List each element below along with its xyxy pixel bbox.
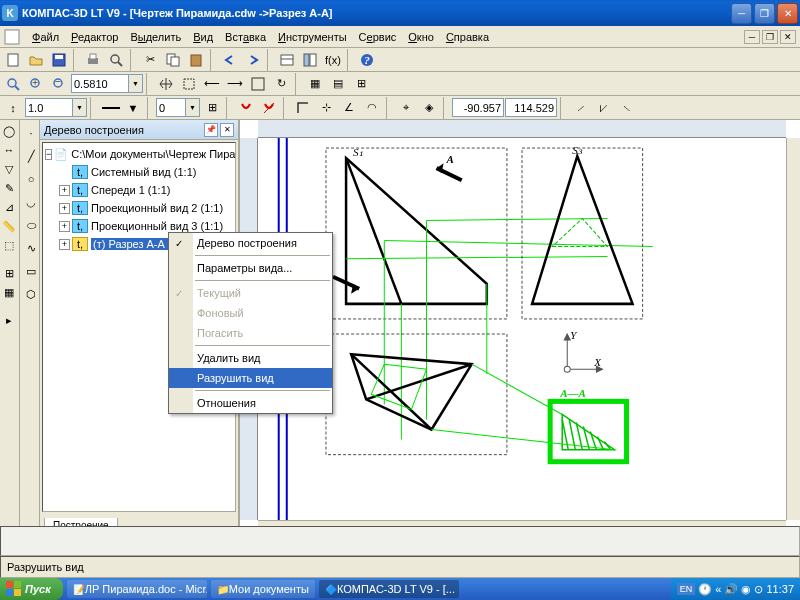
tb-round[interactable]: ◠ [361, 97, 383, 119]
lt-more[interactable]: ▸ [0, 311, 18, 329]
zoom-next-button[interactable]: ⟶ [224, 73, 246, 95]
tb-grid[interactable]: ⊹ [315, 97, 337, 119]
zoom-dropdown[interactable]: ▼ [129, 74, 143, 93]
style-button[interactable] [99, 97, 121, 119]
tray-icon-2[interactable]: « [715, 583, 721, 595]
zoom-prev-button[interactable]: ⟵ [201, 73, 223, 95]
tray-clock[interactable]: 11:37 [766, 583, 794, 595]
mdi-restore[interactable]: ❐ [762, 30, 778, 44]
lang-indicator[interactable]: EN [677, 583, 696, 595]
tree-item-0[interactable]: t, Системный вид (1:1) [45, 163, 233, 181]
menu-tools[interactable]: Инструменты [272, 29, 353, 45]
tray-icon-4[interactable]: ◉ [741, 583, 751, 596]
layer-manage[interactable]: ⊞ [201, 97, 223, 119]
tree-item-1[interactable]: + t, Спереди 1 (1:1) [45, 181, 233, 199]
ctx-relations[interactable]: Отношения [169, 393, 332, 413]
tb-misc1[interactable]: ▦ [304, 73, 326, 95]
scale-dropdown[interactable]: ▼ [73, 98, 87, 117]
expand-icon[interactable]: + [59, 203, 70, 214]
tb-prop[interactable] [276, 49, 298, 71]
lt-spec[interactable]: ▦ [0, 283, 18, 301]
coord-x-input[interactable] [452, 98, 504, 117]
open-button[interactable] [25, 49, 47, 71]
new-button[interactable] [2, 49, 24, 71]
tb-end2[interactable]: ⩗ [592, 97, 614, 119]
ctx-tree[interactable]: ✓Дерево построения [169, 233, 332, 253]
lt-param[interactable]: ⊿ [0, 198, 18, 216]
tb-misc3[interactable]: ⊞ [350, 73, 372, 95]
close-button[interactable]: ✕ [777, 3, 798, 24]
redo-button[interactable] [242, 49, 264, 71]
undo-button[interactable] [219, 49, 241, 71]
tb-end1[interactable]: ⟋ [569, 97, 591, 119]
lt-sel[interactable]: ⬚ [0, 236, 18, 254]
zoom-input[interactable] [71, 74, 129, 93]
ctx-destroy[interactable]: Разрушить вид [169, 368, 332, 388]
zoom-in-button[interactable]: + [25, 73, 47, 95]
expand-icon[interactable]: + [59, 221, 70, 232]
snap-button[interactable] [235, 97, 257, 119]
lt-geom[interactable]: ◯ [0, 122, 18, 140]
lt2-spline[interactable]: ∿ [20, 237, 42, 259]
tb-vars[interactable]: f(x) [322, 49, 344, 71]
tree-root[interactable]: − 📄 С:\Мои документы\Чертеж Пира [45, 145, 233, 163]
menu-help[interactable]: Справка [440, 29, 495, 45]
tray-icon-5[interactable]: ⊙ [754, 583, 763, 596]
system-tray[interactable]: EN 🕐 « 🔊 ◉ ⊙ 11:37 [671, 578, 800, 600]
ctx-params[interactable]: Параметры вида... [169, 258, 332, 278]
refresh-button[interactable]: ↻ [270, 73, 292, 95]
task-kompas[interactable]: 🔷 КОМПАС-3D LT V9 - [... [319, 580, 459, 598]
lt-meas[interactable]: 📏 [0, 217, 18, 235]
pan-button[interactable] [155, 73, 177, 95]
lt2-line[interactable]: ╱ [20, 145, 42, 167]
expand-icon[interactable]: + [59, 185, 70, 196]
menu-file[interactable]: Файл [26, 29, 65, 45]
save-button[interactable] [48, 49, 70, 71]
mdi-close[interactable]: ✕ [780, 30, 796, 44]
lt2-circle[interactable]: ○ [20, 168, 42, 190]
mdi-minimize[interactable]: ─ [744, 30, 760, 44]
zoom-all-button[interactable] [247, 73, 269, 95]
tree-close[interactable]: ✕ [220, 123, 234, 137]
expand-icon[interactable]: + [59, 239, 70, 250]
lt2-rect[interactable]: ▭ [20, 260, 42, 282]
snap2-button[interactable] [258, 97, 280, 119]
copy-button[interactable] [162, 49, 184, 71]
lt2-poly[interactable]: ⬡ [20, 283, 42, 305]
tb-coord1[interactable]: ⌖ [395, 97, 417, 119]
tree-pin[interactable]: 📌 [204, 123, 218, 137]
tree-item-2[interactable]: + t, Проекционный вид 2 (1:1) [45, 199, 233, 217]
lt2-point[interactable]: · [20, 122, 42, 144]
task-explorer[interactable]: 📁 Мои документы [211, 580, 315, 598]
scrollbar-vertical[interactable] [786, 138, 800, 520]
print-button[interactable] [82, 49, 104, 71]
tb-coord2[interactable]: ◈ [418, 97, 440, 119]
layer-input[interactable] [156, 98, 186, 117]
menu-view[interactable]: Вид [187, 29, 219, 45]
menu-edit[interactable]: Редактор [65, 29, 124, 45]
current-state-button[interactable]: ↕ [2, 97, 24, 119]
tb-manager[interactable] [299, 49, 321, 71]
lt-edit[interactable]: ✎ [0, 179, 18, 197]
zoom-fit-button[interactable] [2, 73, 24, 95]
minimize-button[interactable]: ─ [731, 3, 752, 24]
start-button[interactable]: Пуск [0, 578, 63, 600]
menu-insert[interactable]: Вставка [219, 29, 272, 45]
scale-input[interactable] [25, 98, 73, 117]
lt-dim[interactable]: ↔ [0, 141, 18, 159]
ctx-background[interactable]: Фоновый [169, 303, 332, 323]
zoom-window-button[interactable] [178, 73, 200, 95]
tb-end3[interactable]: ⟍ [615, 97, 637, 119]
expand-icon[interactable]: − [45, 149, 52, 160]
lt2-arc[interactable]: ◡ [20, 191, 42, 213]
paste-button[interactable] [185, 49, 207, 71]
zoom-out-button[interactable]: − [48, 73, 70, 95]
tb-misc2[interactable]: ▤ [327, 73, 349, 95]
ctx-current[interactable]: ✓Текущий [169, 283, 332, 303]
menu-window[interactable]: Окно [402, 29, 440, 45]
help-button[interactable]: ? [356, 49, 378, 71]
menu-select[interactable]: Выделить [124, 29, 187, 45]
tb-ortho[interactable] [292, 97, 314, 119]
tray-icon-1[interactable]: 🕐 [698, 583, 712, 596]
maximize-button[interactable]: ❐ [754, 3, 775, 24]
